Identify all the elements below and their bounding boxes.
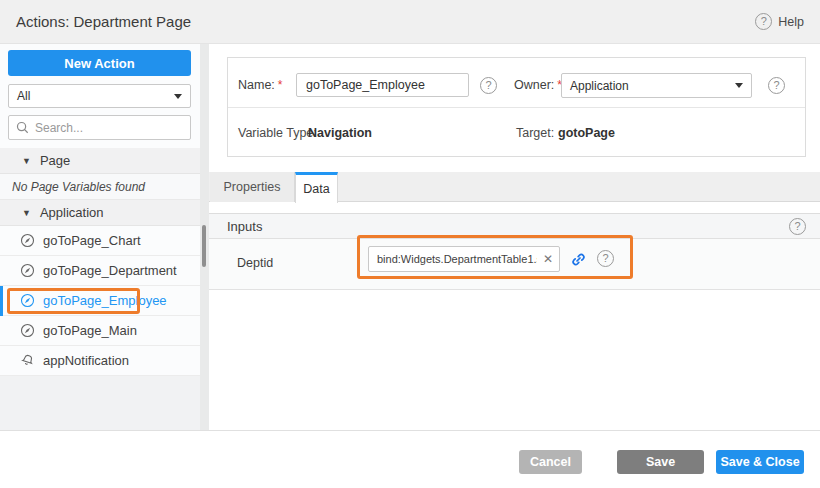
navigation-variable-icon	[20, 233, 35, 248]
input-field-row: Deptid bind:Widgets.DepartmentTable1.sel…	[209, 239, 820, 290]
tree-item-label: goToPage_Chart	[43, 233, 141, 248]
deptid-label: Deptid	[237, 256, 273, 270]
actions-dialog: Actions: Department Page ? Help New Acti…	[0, 0, 820, 488]
notification-variable-icon	[20, 353, 35, 368]
owner-label: Owner: *	[514, 72, 562, 98]
tab-properties[interactable]: Properties	[210, 172, 295, 202]
tree-item-label: goToPage_Main	[43, 323, 137, 338]
chevron-down-icon	[735, 83, 743, 88]
variable-summary-card: Name: * ? Owner: * Application ? Variabl…	[227, 57, 806, 157]
variables-sidebar: New Action All ▼ Page No Page Variables …	[0, 44, 200, 430]
name-label: Name: *	[238, 72, 283, 98]
tree-item-label: appNotification	[43, 353, 129, 368]
deptid-help-icon[interactable]: ?	[597, 250, 614, 267]
group-label: Page	[40, 153, 70, 168]
tree-item-label: goToPage_Department	[43, 263, 177, 278]
owner-selected-value: Application	[570, 79, 735, 93]
sidebar-item-gotopage-department[interactable]: goToPage_Department	[0, 256, 200, 286]
detail-tabbar: Properties Data	[209, 172, 820, 202]
sidebar-scrollbar	[200, 44, 209, 430]
collapse-triangle-icon: ▼	[22, 156, 31, 166]
target-label: Target:	[516, 120, 554, 146]
sidebar-item-gotopage-chart[interactable]: goToPage_Chart	[0, 226, 200, 256]
dialog-footer: Cancel Save Save & Close	[0, 430, 820, 488]
inputs-help-icon[interactable]: ?	[789, 218, 806, 235]
tree-group-page[interactable]: ▼ Page	[0, 148, 200, 174]
new-action-button[interactable]: New Action	[8, 50, 191, 76]
name-field[interactable]	[296, 73, 469, 97]
navigation-variable-icon	[20, 323, 35, 338]
card-divider	[228, 107, 805, 108]
sidebar-item-gotopage-main[interactable]: goToPage_Main	[0, 316, 200, 346]
tree-group-application[interactable]: ▼ Application	[0, 200, 200, 226]
help-icon: ?	[755, 13, 772, 30]
variable-detail-panel: Name: * ? Owner: * Application ? Variabl…	[209, 44, 820, 430]
search-input[interactable]	[35, 121, 183, 135]
dialog-header: Actions: Department Page ? Help	[0, 0, 820, 44]
cancel-button[interactable]: Cancel	[519, 450, 582, 474]
save-button[interactable]: Save	[617, 450, 704, 474]
filter-selected-value: All	[17, 89, 174, 103]
page-variables-empty-message: No Page Variables found	[0, 174, 200, 200]
inputs-section-title: Inputs	[227, 219, 262, 234]
navigation-variable-icon	[20, 293, 35, 308]
deptid-bind-field[interactable]: bind:Widgets.DepartmentTable1.select ✕	[368, 246, 560, 272]
save-and-close-button[interactable]: Save & Close	[716, 450, 804, 474]
collapse-triangle-icon: ▼	[22, 208, 31, 218]
variable-type-value: Navigation	[308, 120, 372, 146]
name-help-icon[interactable]: ?	[480, 77, 497, 94]
selected-item-indicator	[0, 286, 3, 316]
owner-help-icon[interactable]: ?	[768, 77, 785, 94]
sidebar-item-gotopage-employee[interactable]: goToPage_Employee	[0, 286, 200, 316]
sidebar-filler	[0, 376, 200, 430]
page-title: Actions: Department Page	[16, 13, 191, 30]
help-button[interactable]: ? Help	[755, 13, 804, 30]
owner-select[interactable]: Application	[561, 73, 752, 98]
variable-search	[8, 115, 191, 140]
target-value: gotoPage	[558, 120, 615, 146]
scrollbar-thumb[interactable]	[202, 225, 206, 267]
group-label: Application	[40, 205, 104, 220]
chevron-down-icon	[174, 94, 182, 99]
search-icon	[16, 121, 29, 134]
variable-type-label: Variable Type:	[238, 120, 317, 146]
inputs-section-header: Inputs ?	[209, 213, 820, 239]
bind-expression-value: bind:Widgets.DepartmentTable1.select	[369, 253, 537, 265]
variable-filter-select[interactable]: All	[8, 84, 191, 108]
clear-bind-icon[interactable]: ✕	[537, 252, 559, 266]
help-label: Help	[778, 15, 804, 29]
bind-link-icon[interactable]	[570, 251, 587, 268]
tab-data[interactable]: Data	[295, 172, 338, 203]
navigation-variable-icon	[20, 263, 35, 278]
tree-item-label: goToPage_Employee	[43, 293, 167, 308]
sidebar-item-appnotification[interactable]: appNotification	[0, 346, 200, 376]
required-marker: *	[278, 78, 283, 92]
